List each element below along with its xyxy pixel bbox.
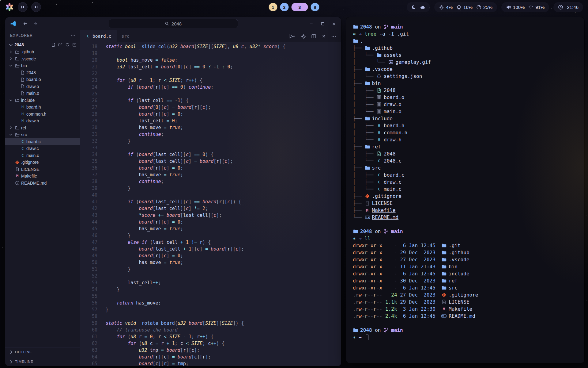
launcher-logo-icon[interactable]	[5, 2, 14, 12]
explorer-item-ref[interactable]: ref	[5, 125, 80, 132]
vscode-titlebar[interactable]: 2048	[5, 17, 341, 30]
terminal-line	[353, 221, 578, 228]
maximize-button[interactable]	[320, 21, 325, 26]
code-line: 25	[80, 90, 341, 97]
explorer-item-board-h[interactable]: Hboard.h	[5, 104, 80, 111]
explorer-item-label: bin	[21, 63, 27, 68]
workspace-pill-1[interactable]: 1	[269, 3, 277, 11]
explorer-item-main-c[interactable]: Cmain.c	[5, 152, 80, 159]
search-value: 2048	[172, 21, 182, 26]
nav-back-icon[interactable]	[23, 21, 28, 26]
new-folder-icon[interactable]	[58, 43, 62, 47]
terminal-line: │ └── assets	[353, 52, 578, 59]
explorer-item-2048[interactable]: 2048	[5, 69, 80, 76]
terminal-line: drwxr-xr-x - 30 Dec 2023 ref	[353, 277, 578, 284]
breadcrumb[interactable]: src	[117, 30, 129, 42]
terminal-line: └── README.md	[353, 214, 578, 221]
run-file-icon[interactable]	[289, 34, 296, 39]
wifi-stat[interactable]: 91%	[528, 5, 545, 10]
makefile-icon: M	[15, 174, 20, 178]
code-line: 60 // transpose the board	[80, 327, 341, 333]
media-prev-button[interactable]	[18, 2, 28, 12]
outline-section[interactable]: OUTLINE	[5, 347, 80, 357]
code-area[interactable]: 18static bool _slide_col(u32 board[SIZE]…	[80, 42, 341, 366]
code-line: 20 bool has_move = false;	[80, 57, 341, 63]
explorer-sidebar: EXPLORER 2048 .github.vscodebin2048board…	[5, 30, 80, 366]
terminal-line: │ └── gameplay.gif	[353, 59, 578, 66]
folder-icon	[365, 116, 370, 121]
folder-icon	[365, 144, 370, 149]
folder-p-icon	[353, 328, 358, 333]
code-line: 45 has_move = true;	[80, 225, 341, 232]
code-line: 34 if (board[last_cell][c] == 0) {	[80, 151, 341, 158]
folder-icon	[441, 243, 447, 248]
hlang-icon: H	[20, 119, 25, 123]
new-file-icon[interactable]	[51, 43, 55, 47]
explorer-item-license[interactable]: LICENSE	[5, 166, 80, 173]
split-editor-icon[interactable]	[311, 34, 316, 39]
clock-icon	[558, 5, 563, 10]
chev-d-icon	[9, 133, 13, 137]
explorer-item--vscode[interactable]: .vscode	[5, 56, 80, 63]
code-line: 39 }	[80, 185, 341, 192]
chevron-down-icon	[8, 42, 13, 48]
skip-back-icon	[21, 5, 25, 9]
explorer-item-makefile[interactable]: MMakefile	[5, 173, 80, 180]
clang-icon: C	[376, 172, 382, 178]
explorer-item-main-o[interactable]: main.o	[5, 90, 80, 97]
clock-module: 21:46	[553, 2, 583, 12]
code-line: 53 last_cell++;	[80, 279, 341, 286]
explorer-item--gitignore[interactable]: .gitignore	[5, 159, 80, 166]
code-line: 24 if (board[r][c] == 0) continue;	[80, 84, 341, 90]
tab-board-c[interactable]: C board.c	[80, 30, 117, 42]
command-search-input[interactable]: 2048	[109, 19, 238, 28]
volume-stat[interactable]: 100%	[506, 5, 525, 10]
makefile-icon: M	[441, 306, 447, 312]
code-line: 41 if (board[last_cell][c] == board[r][c…	[80, 198, 341, 205]
explorer-item-bin[interactable]: bin	[5, 62, 80, 69]
explorer-more-icon[interactable]	[71, 33, 75, 38]
explorer-item-draw-h[interactable]: Hdraw.h	[5, 117, 80, 125]
explorer-item-board-c[interactable]: Cboard.c	[5, 138, 80, 145]
collapse-all-icon[interactable]	[72, 43, 77, 47]
workspace-pill-8[interactable]: 8	[311, 3, 319, 11]
close-editor-icon[interactable]	[322, 34, 326, 38]
hlang-icon: H	[376, 123, 382, 128]
refresh-icon[interactable]	[65, 43, 70, 47]
clang-icon: C	[20, 146, 25, 151]
timeline-section[interactable]: TIMELINE	[5, 357, 80, 366]
clock-value: 21:46	[567, 5, 579, 10]
minimize-button[interactable]	[309, 21, 314, 26]
code-line: 30 has_move = true;	[80, 124, 341, 131]
code-line: 57}	[80, 306, 341, 313]
terminal-line: │ └── {}settings.json	[353, 73, 578, 80]
workspace-pill-3[interactable]: 3	[292, 3, 308, 11]
explorer-root-folder[interactable]: 2048	[5, 41, 80, 48]
terminal-window[interactable]: 2048 on main∗ → tree -a -I .git.├── .git…	[346, 17, 584, 363]
explorer-item-label: main.c	[26, 153, 39, 158]
clang-icon: C	[20, 153, 25, 158]
settings-gear-icon[interactable]	[301, 34, 306, 39]
code-line: 62 for (u8 c = r + 1; c < SIZE; c++) {	[80, 340, 341, 347]
explorer-item-common-h[interactable]: Hcommon.h	[5, 111, 80, 118]
nav-forward-icon[interactable]	[33, 21, 38, 26]
workspace-pill-2[interactable]: 2	[280, 3, 289, 11]
more-actions-icon[interactable]	[331, 34, 336, 39]
explorer-item-src[interactable]: src	[5, 131, 80, 138]
exec-icon	[376, 151, 382, 156]
explorer-item--github[interactable]: .github	[5, 48, 80, 56]
close-button[interactable]	[332, 21, 336, 26]
folder-icon	[365, 81, 370, 86]
explorer-item-readme-md[interactable]: README.md	[5, 180, 80, 187]
explorer-item-include[interactable]: include	[5, 97, 80, 104]
code-line: 37 has_move = true;	[80, 171, 341, 178]
explorer-item-draw-o[interactable]: draw.o	[5, 83, 80, 90]
media-next-button[interactable]	[31, 2, 41, 12]
gear-icon	[439, 5, 444, 10]
hlang-icon: H	[376, 137, 382, 142]
branch-icon	[384, 24, 389, 29]
code-line: 33	[80, 144, 341, 151]
code-line: 48 board[last_cell + 1][c] = board[r][c]…	[80, 246, 341, 252]
explorer-item-draw-c[interactable]: Cdraw.c	[5, 145, 80, 152]
explorer-item-board-o[interactable]: board.o	[5, 76, 80, 83]
